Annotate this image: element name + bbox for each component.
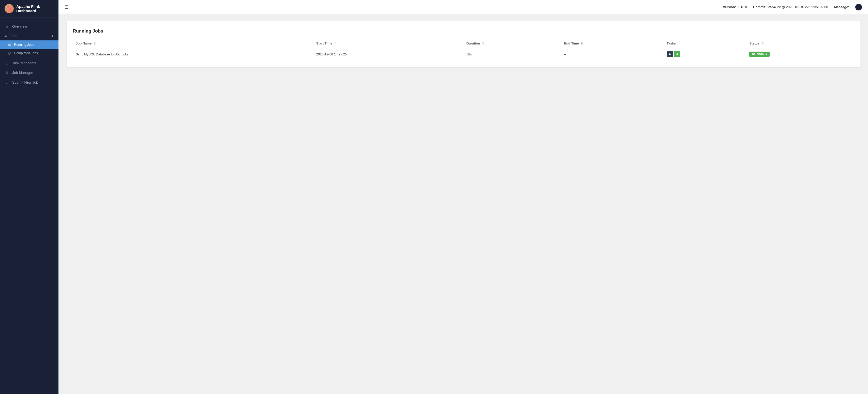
sidebar-item-overview[interactable]: ○ Overview [0, 22, 59, 31]
sort-icon-start-time: ⇅ [334, 42, 337, 45]
app-logo-icon: 🦩 [5, 4, 14, 13]
sidebar-item-job-manager[interactable]: ⊕ Job Manager [0, 68, 59, 77]
content-area: Running Jobs Job Name ⇅ Start Time ⇅ [59, 14, 868, 394]
version-value: 1.18.0 [738, 5, 747, 9]
sidebar-item-submit-new-job[interactable]: ↓ Submit New Job [0, 77, 59, 87]
tasks-green-badge: 4 [674, 51, 680, 57]
sidebar-group-jobs: ≡ Jobs ▲ ◎ Running Jobs ◎ Completed Jobs [0, 31, 59, 57]
col-duration[interactable]: Duration ⇅ [463, 39, 561, 48]
jobs-table-wrapper: Job Name ⇅ Start Time ⇅ Duration ⇅ [73, 39, 854, 60]
task-managers-icon: ⊞ [5, 61, 9, 65]
col-start-time[interactable]: Start Time ⇅ [313, 39, 464, 48]
table-header: Job Name ⇅ Start Time ⇅ Duration ⇅ [73, 39, 854, 48]
sidebar-item-submit-new-job-label: Submit New Job [12, 80, 38, 85]
page-title: Running Jobs [73, 29, 854, 34]
running-jobs-icon: ◎ [8, 43, 11, 46]
topbar-info: Version: 1.18.0 Commit: a5548cc @ 2023-1… [723, 4, 862, 10]
sidebar: 🦩 Apache Flink Dashboard ○ Overview ≡ Jo… [0, 0, 59, 394]
completed-jobs-icon: ◎ [8, 51, 11, 55]
sort-icon-end-time: ⇅ [581, 42, 583, 45]
sidebar-item-task-managers[interactable]: ⊞ Task Managers [0, 58, 59, 68]
status-badge: RUNNING [749, 52, 770, 57]
job-manager-icon: ⊕ [5, 70, 9, 75]
sidebar-item-completed-jobs[interactable]: ◎ Completed Jobs [0, 49, 59, 57]
col-tasks: Tasks [663, 39, 746, 48]
cell-duration: 58s [463, 48, 561, 60]
cell-job-name: Sync MySQL Database to Starrocks [73, 48, 313, 60]
jobs-icon: ≡ [5, 34, 7, 38]
col-end-time[interactable]: End Time ⇅ [561, 39, 664, 48]
sidebar-item-running-jobs[interactable]: ◎ Running Jobs [0, 40, 59, 49]
message-badge: 0 [855, 4, 862, 10]
sidebar-item-task-managers-label: Task Managers [12, 61, 36, 65]
version-info: Version: 1.18.0 [723, 5, 747, 9]
submit-job-icon: ↓ [5, 80, 9, 85]
main-area: ☰ Version: 1.18.0 Commit: a5548cc @ 2023… [59, 0, 868, 394]
sort-icon-status: ⇅ [762, 42, 764, 45]
sort-icon-duration: ⇅ [482, 42, 484, 45]
commit-value: a5548cc @ 2023-10-18T22:09:35+02:00 [768, 5, 828, 9]
app-title: Apache Flink Dashboard [16, 4, 54, 13]
sort-icon-job-name: ⇅ [94, 42, 96, 45]
sidebar-group-jobs-header[interactable]: ≡ Jobs ▲ [0, 31, 59, 40]
menu-toggle-icon[interactable]: ☰ [65, 4, 69, 10]
sidebar-group-jobs-label: Jobs [10, 34, 17, 38]
col-job-name[interactable]: Job Name ⇅ [73, 39, 313, 48]
sidebar-navigation: ○ Overview ≡ Jobs ▲ ◎ Running Jobs ◎ Com… [0, 18, 59, 394]
cell-end-time: – [561, 48, 664, 60]
col-status[interactable]: Status ⇅ [746, 39, 854, 48]
overview-icon: ○ [5, 24, 9, 29]
commit-label: Commit: [753, 5, 767, 9]
table-body: Sync MySQL Database to Starrocks 2023-12… [73, 48, 854, 60]
table-row[interactable]: Sync MySQL Database to Starrocks 2023-12… [73, 48, 854, 60]
chevron-up-icon: ▲ [51, 34, 54, 38]
sidebar-item-completed-jobs-label: Completed Jobs [14, 51, 38, 55]
commit-info: Commit: a5548cc @ 2023-10-18T22:09:35+02… [753, 5, 828, 9]
version-label: Version: [723, 5, 736, 9]
cell-start-time: 2023-12-08 14:27:25 [313, 48, 464, 60]
running-jobs-card: Running Jobs Job Name ⇅ Start Time ⇅ [67, 21, 860, 67]
sidebar-item-running-jobs-label: Running Jobs [14, 43, 34, 46]
jobs-table: Job Name ⇅ Start Time ⇅ Duration ⇅ [73, 39, 854, 60]
message-label: Message: [834, 5, 849, 9]
tasks-dark-badge: 4 [666, 51, 673, 57]
sidebar-item-job-manager-label: Job Manager [12, 71, 33, 75]
sidebar-logo: 🦩 Apache Flink Dashboard [0, 0, 59, 18]
message-info: Message: [834, 5, 849, 9]
sidebar-item-overview-label: Overview [12, 24, 27, 29]
cell-tasks: 4 4 [663, 48, 746, 60]
topbar: ☰ Version: 1.18.0 Commit: a5548cc @ 2023… [59, 0, 868, 14]
cell-status: RUNNING [746, 48, 854, 60]
